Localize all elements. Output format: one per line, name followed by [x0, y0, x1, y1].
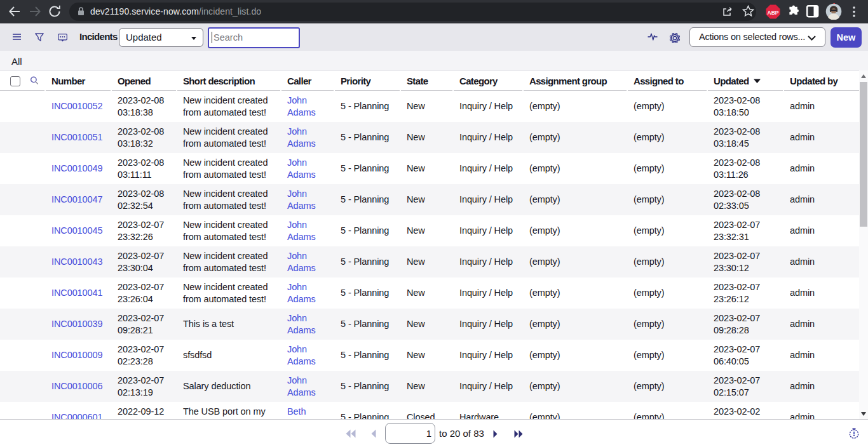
svg-text:ABP: ABP [768, 10, 779, 16]
